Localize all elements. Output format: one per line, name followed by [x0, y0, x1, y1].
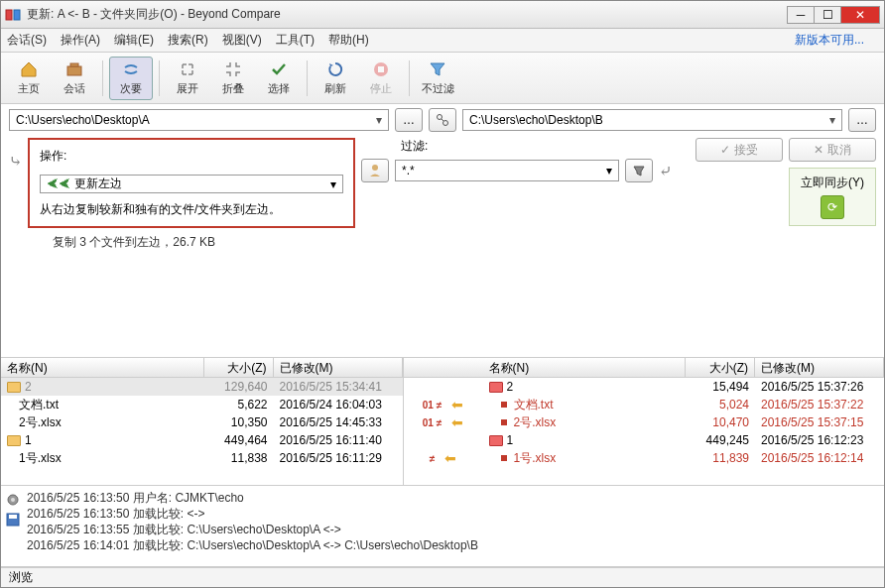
window-controls: ─ ☐ ✕	[788, 6, 880, 24]
file-row[interactable]: 215,4942016/5/25 15:37:26	[483, 378, 885, 396]
compare-indicator: 01 ≠⬅	[404, 413, 483, 431]
sync-icon: ⟳	[821, 195, 844, 219]
home-button[interactable]: 主页	[7, 57, 51, 100]
svg-rect-3	[70, 63, 78, 66]
folder-icon	[7, 435, 21, 446]
file-row[interactable]: 2号.xlsx10,3502016/5/25 14:45:33	[1, 413, 403, 431]
close-button[interactable]: ✕	[840, 6, 880, 24]
chevron-down-icon[interactable]: ▾	[376, 113, 382, 127]
log-panel: 2016/5/25 16:13:50 用户名: CJMKT\echo2016/5…	[1, 486, 884, 567]
accept-button[interactable]: ✓ 接受	[695, 138, 783, 162]
chevron-down-icon[interactable]: ▾	[330, 177, 336, 191]
file-row[interactable]: 2号.xlsx10,4702016/5/25 15:37:15	[483, 413, 885, 431]
arrow-left-icon: ⬅	[444, 450, 456, 466]
copy-summary: 复制 3 个文件到左边，26.7 KB	[1, 232, 884, 255]
secondary-button[interactable]: 次要	[109, 57, 153, 100]
minimize-button[interactable]: ─	[787, 6, 815, 24]
menu-search[interactable]: 搜索(R)	[168, 32, 208, 49]
session-button[interactable]: 会话	[53, 57, 96, 100]
compare-indicator	[404, 378, 483, 396]
menu-edit[interactable]: 编辑(E)	[114, 32, 154, 49]
filter-label: 过滤:	[401, 138, 428, 155]
operation-dropdown[interactable]: ⮜⮜ 更新左边 ▾	[40, 175, 343, 193]
compare-indicator: ≠⬅	[404, 449, 483, 467]
svg-rect-2	[67, 66, 81, 75]
maximize-button[interactable]: ☐	[814, 6, 841, 24]
not-equal-icon: ≠	[430, 453, 436, 464]
log-line: 2016/5/25 16:14:01 加载比较: C:\Users\echo\D…	[27, 537, 880, 553]
action-column: ✓ 接受 ✕ 取消 立即同步(Y) ⟳	[678, 138, 876, 226]
operation-label: 操作:	[40, 148, 66, 165]
compare-indicator: 01 ≠⬅	[404, 396, 483, 413]
cancel-button[interactable]: ✕ 取消	[789, 138, 876, 162]
file-row[interactable]: 1号.xlsx11,8392016/5/25 16:12:14	[483, 449, 885, 467]
left-path-input[interactable]: C:\Users\echo\Desktop\A▾	[9, 109, 389, 131]
update-left-icon: ⮜⮜	[47, 177, 70, 191]
swap-button[interactable]	[429, 108, 456, 132]
left-rows: 2129,6402016/5/25 15:34:41文档.txt5,622201…	[1, 378, 403, 467]
nofilter-button[interactable]: 不过滤	[416, 57, 459, 100]
log-line: 2016/5/25 16:13:55 加载比较: C:\Users\echo\D…	[27, 522, 880, 537]
log-lines: 2016/5/25 16:13:50 用户名: CJMKT\echo2016/5…	[27, 490, 880, 562]
file-row[interactable]: 1449,4642016/5/25 16:11:40	[1, 431, 403, 449]
stop-button: 停止	[359, 57, 403, 100]
path-bar: C:\Users\echo\Desktop\A▾ … C:\Users\echo…	[1, 104, 884, 136]
compare-panes: 名称(N) 大小(Z) 已修改(M) 2129,6402016/5/25 15:…	[1, 357, 884, 486]
col-modified[interactable]: 已修改(M)	[274, 358, 403, 377]
svg-rect-12	[9, 515, 17, 519]
connector-icon: ⤶	[659, 162, 672, 180]
svg-point-7	[443, 121, 448, 126]
window-title: 更新: A <- B - 文件夹同步(O) - Beyond Compare	[27, 6, 788, 23]
left-browse-button[interactable]: …	[395, 108, 423, 132]
folder-icon	[7, 382, 21, 393]
sync-now-button[interactable]: 立即同步(Y) ⟳	[789, 168, 876, 226]
status-text: 浏览	[9, 569, 33, 586]
right-browse-button[interactable]: …	[848, 108, 876, 132]
folder-icon	[489, 382, 503, 393]
select-button[interactable]: 选择	[257, 57, 301, 100]
file-row[interactable]: 1449,2452016/5/25 16:12:23	[483, 431, 885, 449]
menu-tools[interactable]: 工具(T)	[276, 32, 315, 49]
file-row[interactable]: 1号.xlsx11,8382016/5/25 16:11:29	[1, 449, 403, 467]
svg-point-10	[11, 498, 15, 502]
app-icon	[5, 7, 21, 23]
col-name[interactable]: 名称(N)	[1, 358, 204, 377]
folder-icon	[489, 435, 503, 446]
update-link[interactable]: 新版本可用...	[795, 32, 864, 49]
right-rows: 215,4942016/5/25 15:37:26文档.txt5,0242016…	[483, 378, 885, 467]
diff-dot-icon	[501, 455, 507, 461]
col-modified[interactable]: 已修改(M)	[755, 358, 884, 377]
filter-input[interactable]: *.*▾	[395, 160, 619, 181]
operation-box: 操作: ⮜⮜ 更新左边 ▾ 从右边复制较新和独有的文件/文件夹到左边。	[28, 138, 355, 228]
expand-button[interactable]: 展开	[166, 57, 209, 100]
compare-indicator	[404, 431, 483, 449]
col-name[interactable]: 名称(N)	[483, 358, 687, 377]
chevron-down-icon[interactable]: ▾	[829, 113, 835, 127]
not-equal-icon: 01 ≠	[423, 400, 442, 411]
right-path-input[interactable]: C:\Users\echo\Desktop\B▾	[462, 109, 842, 131]
gear-icon[interactable]	[5, 492, 21, 508]
file-row[interactable]: 文档.txt5,6222016/5/24 16:04:03	[1, 396, 403, 413]
titlebar: 更新: A <- B - 文件夹同步(O) - Beyond Compare ─…	[1, 1, 884, 29]
menu-view[interactable]: 视图(V)	[222, 32, 262, 49]
filter-toggle-button[interactable]	[625, 159, 653, 182]
right-pane: 名称(N) 大小(Z) 已修改(M) 215,4942016/5/25 15:3…	[483, 358, 885, 485]
save-icon[interactable]	[5, 512, 21, 528]
file-row[interactable]: 2129,6402016/5/25 15:34:41	[1, 378, 403, 396]
col-size[interactable]: 大小(Z)	[204, 358, 274, 377]
menu-session[interactable]: 会话(S)	[7, 32, 47, 49]
diff-dot-icon	[501, 419, 507, 425]
chevron-down-icon[interactable]: ▾	[606, 164, 612, 177]
svg-rect-5	[378, 66, 384, 72]
collapse-button[interactable]: 折叠	[211, 57, 255, 100]
file-row[interactable]: 文档.txt5,0242016/5/25 15:37:22	[483, 396, 885, 413]
not-equal-icon: 01 ≠	[423, 417, 442, 428]
menubar: 会话(S) 操作(A) 编辑(E) 搜索(R) 视图(V) 工具(T) 帮助(H…	[1, 29, 884, 53]
col-size[interactable]: 大小(Z)	[686, 358, 755, 377]
menu-help[interactable]: 帮助(H)	[328, 32, 369, 49]
filter-section: 过滤: *.*▾ ⤶	[361, 138, 672, 182]
left-pane: 名称(N) 大小(Z) 已修改(M) 2129,6402016/5/25 15:…	[1, 358, 404, 485]
refresh-button[interactable]: 刷新	[314, 57, 357, 100]
presets-button[interactable]	[361, 159, 389, 182]
menu-operation[interactable]: 操作(A)	[61, 32, 100, 49]
